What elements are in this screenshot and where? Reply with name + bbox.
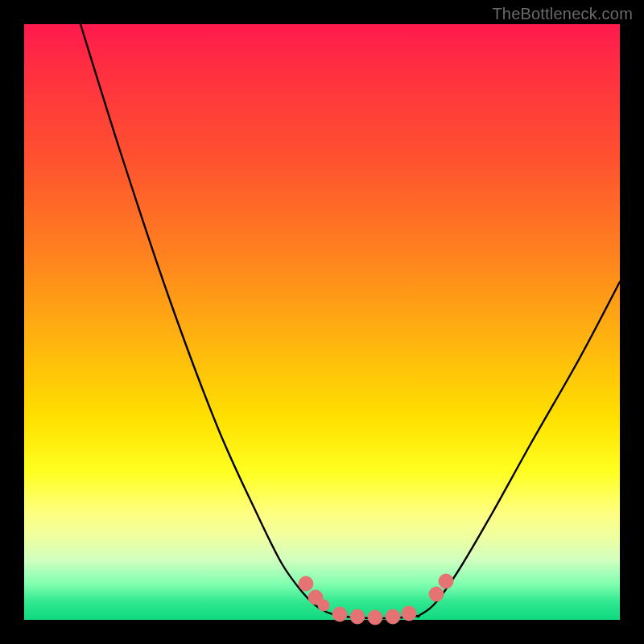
curve-marker <box>439 574 453 588</box>
curve-marker <box>299 576 313 591</box>
plot-area <box>24 24 620 620</box>
curve-marker <box>429 587 444 601</box>
curve-marker <box>368 610 382 625</box>
curve-path <box>80 24 620 618</box>
curve-marker <box>350 609 365 624</box>
curve-marker <box>402 606 416 621</box>
bottleneck-curve <box>24 24 620 620</box>
curve-markers <box>299 574 453 625</box>
curve-marker <box>318 600 329 611</box>
chart-frame: TheBottleneck.com <box>0 0 644 644</box>
curve-marker <box>332 607 347 621</box>
watermark-text: TheBottleneck.com <box>492 5 633 23</box>
curve-marker <box>386 609 400 624</box>
